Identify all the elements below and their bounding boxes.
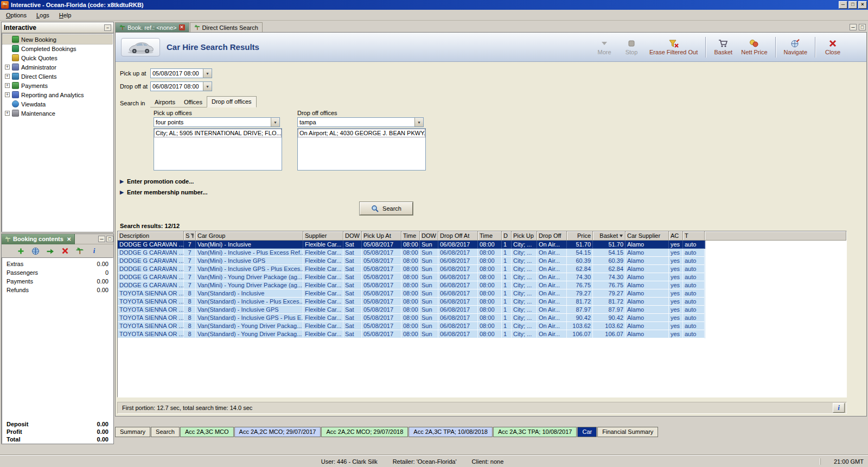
workspace-tab[interactable]: Direct Clients Search ✕ — [190, 22, 263, 32]
booking-page-tab[interactable]: Search — [151, 427, 180, 437]
sidebar-item[interactable]: + New Booking — [2, 35, 113, 44]
close-panel-icon[interactable]: ✕ — [67, 236, 71, 242]
nett-price-button[interactable]: Nett Price — [738, 38, 770, 56]
dropoff-office-item[interactable]: On Airport; AL; 4030 GEORGE J. BEAN PKWY… — [298, 129, 425, 137]
col-car-group[interactable]: Car Group — [196, 231, 303, 241]
panel-maximize-button[interactable]: □ — [106, 236, 113, 242]
restore-button[interactable]: □ — [848, 1, 857, 9]
col-transmission[interactable]: T — [683, 231, 705, 241]
pickup-office-item[interactable]: City; AL; 5905 INTERNATIONAL DRIVE; FLO.… — [155, 129, 281, 137]
col-basket[interactable]: Basket — [593, 231, 626, 241]
more-button[interactable]: More — [592, 38, 616, 56]
internet-icon[interactable] — [31, 246, 41, 256]
col-dropoff-at[interactable]: Drop Off At — [438, 231, 478, 241]
result-row[interactable]: DODGE G CARAVAN ... 7 Van(Mini) - Inclus… — [118, 265, 705, 273]
search-in-tab[interactable]: Drop off offices — [207, 96, 257, 108]
result-row[interactable]: TOYOTA SIENNA OR ... 8 Van(Standard) - I… — [118, 289, 705, 298]
close-tab-icon[interactable]: ✕ — [179, 24, 185, 30]
expand-icon[interactable]: + — [5, 92, 10, 97]
workspace-tab[interactable]: Book. ref.: <none> ✕ — [115, 22, 189, 32]
col-car-supplier[interactable]: Car Supplier — [626, 231, 669, 241]
booking-page-tab[interactable]: Acc 2A,2C MCO; 29/07/2017 — [234, 427, 321, 437]
sidebar-item[interactable]: + Payments — [2, 81, 113, 90]
sidebar-item[interactable]: + Maintenance — [2, 109, 113, 118]
erase-filtered-out-button[interactable]: Erase Filtered Out — [647, 38, 700, 56]
result-row[interactable]: DODGE G CARAVAN ... 7 Van(Mini) - Young … — [118, 273, 705, 281]
booking-page-tab[interactable]: Acc 2A,3C MCO — [180, 427, 234, 437]
booking-page-tab[interactable]: Acc 2A,2C MCO; 29/07/2018 — [321, 427, 408, 437]
dropdown-arrow-icon[interactable]: ▼ — [203, 69, 212, 78]
basket-button[interactable]: Basket — [711, 38, 735, 56]
add-icon[interactable] — [16, 246, 26, 256]
collapse-panel-button[interactable]: − — [104, 24, 111, 31]
expand-icon[interactable]: + — [5, 111, 10, 116]
dropdown-arrow-icon[interactable]: ▼ — [203, 82, 212, 91]
sidebar-item[interactable]: + Completed Bookings — [2, 44, 113, 53]
minimize-button[interactable]: ─ — [839, 1, 847, 9]
result-row[interactable]: TOYOTA SIENNA OR ... 8 Van(Standard) - I… — [118, 306, 705, 314]
result-row[interactable]: DODGE G CARAVAN ... 7 Van(Mini) - Inclus… — [118, 257, 705, 265]
col-supplier[interactable]: Supplier — [303, 231, 343, 241]
result-row[interactable]: DODGE G CARAVAN ... 7 Van(Mini) - Young … — [118, 281, 705, 289]
result-row[interactable]: DODGE G CARAVAN ... 7 Van(Mini) - Inclus… — [118, 249, 705, 257]
close-page-button[interactable]: Close — [821, 38, 845, 56]
booking-page-tab[interactable]: Car — [577, 427, 597, 437]
export-booking-icon[interactable] — [75, 246, 85, 256]
col-days[interactable]: D — [502, 231, 512, 241]
pickup-offices-input[interactable] — [154, 118, 271, 127]
pickup-datetime-input[interactable] — [151, 69, 203, 78]
promotion-code-expander[interactable]: ▶ Enter promotion code... — [120, 178, 653, 185]
booking-page-tab[interactable]: Financial Summary — [597, 427, 658, 437]
membership-number-expander[interactable]: ▶ Enter membership number... — [120, 189, 653, 195]
sidebar-item[interactable]: + Reporting and Analytics — [2, 90, 113, 99]
dropdown-arrow-icon[interactable]: ▼ — [414, 118, 423, 127]
sidebar-item[interactable]: + Administrator — [2, 62, 113, 72]
dropoff-offices-list[interactable]: On Airport; AL; 4030 GEORGE J. BEAN PKWY… — [297, 128, 426, 171]
result-row[interactable]: TOYOTA SIENNA OR ... 8 Van(Standard) - Y… — [118, 330, 705, 338]
sidebar-item[interactable]: + Quick Quotes — [2, 53, 113, 62]
child-restore-button[interactable]: □ — [859, 24, 866, 30]
result-row[interactable]: DODGE G CARAVAN ... 7 Van(Mini) - Inclus… — [118, 241, 705, 249]
col-description[interactable]: Description — [118, 231, 184, 241]
booking-page-tab[interactable]: Summary — [115, 427, 150, 437]
delete-icon[interactable] — [60, 246, 70, 256]
result-row[interactable]: TOYOTA SIENNA OR ... 8 Van(Standard) - I… — [118, 314, 705, 322]
result-row[interactable]: TOYOTA SIENNA OR ... 8 Van(Standard) - Y… — [118, 322, 705, 330]
search-in-tab[interactable]: Airports — [150, 98, 180, 107]
booking-page-tab[interactable]: Acc 2A,3C TPA; 10/08/2018 — [409, 427, 493, 437]
menu-item[interactable]: Options — [1, 10, 31, 20]
col-dow-pickup[interactable]: DOW — [343, 231, 362, 241]
col-dropoff-time[interactable]: Time — [478, 231, 502, 241]
col-pickup-location[interactable]: Pick Up — [512, 231, 537, 241]
close-window-button[interactable]: × — [858, 1, 867, 9]
expand-icon[interactable]: + — [5, 74, 10, 79]
result-row[interactable]: TOYOTA SIENNA OR ... 8 Van(Standard) - I… — [118, 298, 705, 306]
dropoff-offices-input[interactable] — [298, 118, 414, 127]
dropoff-datetime-select[interactable]: ▼ — [150, 81, 212, 91]
col-pickup-time[interactable]: Time — [401, 231, 420, 241]
menu-item[interactable]: Logs — [31, 10, 54, 20]
move-booking-icon[interactable] — [46, 246, 55, 256]
search-in-tab[interactable]: Offices — [180, 98, 207, 107]
navigate-button[interactable]: Navigate — [781, 38, 810, 56]
expand-icon[interactable]: + — [5, 83, 10, 88]
info-icon[interactable]: i — [90, 246, 99, 256]
col-price[interactable]: Price — [567, 231, 593, 241]
search-button[interactable]: Search — [360, 202, 413, 215]
col-dow-dropoff[interactable]: DOW — [420, 231, 438, 241]
col-seats[interactable]: S — [184, 231, 196, 241]
info-button[interactable]: i — [833, 403, 845, 413]
col-ac[interactable]: AC — [669, 231, 683, 241]
dropoff-offices-combo[interactable]: ▼ — [297, 117, 424, 127]
expand-icon[interactable]: + — [5, 65, 10, 70]
col-dropoff-location[interactable]: Drop Off — [537, 231, 567, 241]
sidebar-item[interactable]: + Viewdata — [2, 99, 113, 109]
stop-button[interactable]: Stop — [620, 38, 643, 56]
pickup-offices-list[interactable]: City; AL; 5905 INTERNATIONAL DRIVE; FLO.… — [154, 128, 282, 171]
panel-minimize-button[interactable]: ─ — [98, 236, 105, 242]
pickup-datetime-select[interactable]: ▼ — [150, 68, 212, 78]
booking-page-tab[interactable]: Acc 2A,3C TPA; 10/08/2017 — [493, 427, 577, 437]
dropoff-datetime-input[interactable] — [151, 82, 203, 91]
dropdown-arrow-icon[interactable]: ▼ — [271, 118, 279, 127]
pickup-offices-combo[interactable]: ▼ — [154, 117, 280, 127]
